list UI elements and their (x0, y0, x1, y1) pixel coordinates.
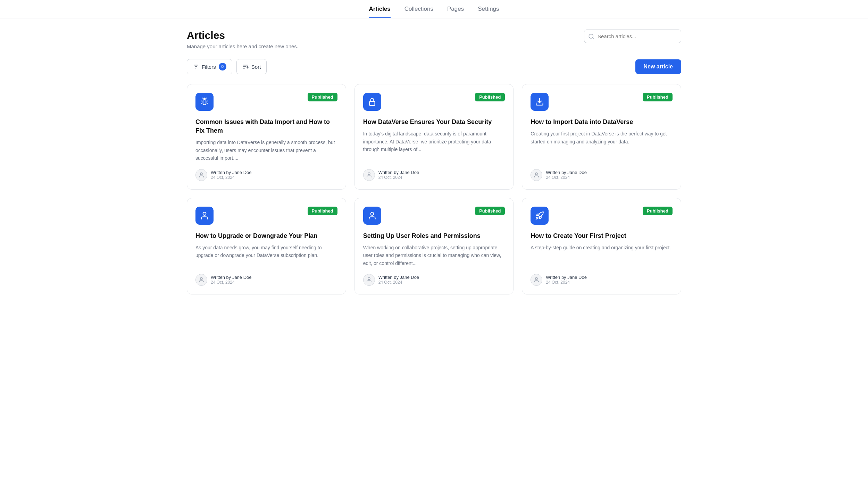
card-top: Published (531, 93, 673, 111)
author-info: Written by Jane Doe 24 Oct, 2024 (378, 170, 419, 180)
card-icon-user (363, 207, 381, 225)
card-author: Written by Jane Doe 24 Oct, 2024 (363, 274, 505, 286)
avatar (531, 274, 542, 286)
svg-rect-11 (369, 101, 375, 106)
nav-item-collections[interactable]: Collections (404, 6, 433, 18)
author-info: Written by Jane Doe 24 Oct, 2024 (211, 170, 252, 180)
card-icon-download (531, 93, 549, 111)
author-date: 24 Oct, 2024 (211, 175, 252, 180)
search-icon (588, 33, 594, 40)
card-author: Written by Jane Doe 24 Oct, 2024 (195, 169, 337, 181)
author-name: Written by Jane Doe (546, 170, 587, 175)
published-badge: Published (475, 207, 505, 215)
article-card[interactable]: Published How to Upgrade or Downgrade Yo… (187, 198, 346, 294)
svg-point-19 (535, 277, 537, 280)
page-content: Articles Manage your articles here and c… (177, 18, 691, 306)
card-title: How to Upgrade or Downgrade Your Plan (195, 232, 337, 240)
author-name: Written by Jane Doe (211, 170, 252, 175)
author-info: Written by Jane Doe 24 Oct, 2024 (546, 275, 587, 285)
author-date: 24 Oct, 2024 (378, 175, 419, 180)
card-author: Written by Jane Doe 24 Oct, 2024 (531, 274, 673, 286)
card-excerpt: As your data needs grow, you may find yo… (195, 244, 337, 267)
svg-point-0 (589, 34, 593, 38)
avatar (195, 274, 207, 286)
avatar (195, 169, 207, 181)
author-date: 24 Oct, 2024 (546, 280, 587, 285)
author-info: Written by Jane Doe 24 Oct, 2024 (211, 275, 252, 285)
author-name: Written by Jane Doe (378, 170, 419, 175)
page-subtitle: Manage your articles here and create new… (187, 43, 298, 49)
search-input[interactable] (584, 30, 681, 43)
page-title: Articles (187, 30, 298, 41)
article-card[interactable]: Published Setting Up User Roles and Perm… (354, 198, 514, 294)
card-excerpt: A step-by-step guide on creating and org… (531, 244, 673, 267)
svg-point-16 (200, 277, 202, 280)
card-title: Common Issues with Data Import and How t… (195, 118, 337, 135)
avatar (363, 274, 375, 286)
card-icon-rocket (531, 207, 549, 225)
card-icon-user (195, 207, 214, 225)
published-badge: Published (308, 93, 337, 101)
card-title: How DataVerse Ensures Your Data Security (363, 118, 505, 126)
articles-grid: Published Common Issues with Data Import… (187, 84, 681, 294)
card-title: How to Import Data into DataVerse (531, 118, 673, 126)
author-name: Written by Jane Doe (378, 275, 419, 280)
sort-icon (242, 64, 249, 70)
svg-point-14 (535, 173, 537, 175)
top-nav: ArticlesCollectionsPagesSettings (0, 0, 868, 18)
card-top: Published (195, 93, 337, 111)
card-title: How to Create Your First Project (531, 232, 673, 240)
author-info: Written by Jane Doe 24 Oct, 2024 (378, 275, 419, 285)
page-header: Articles Manage your articles here and c… (187, 30, 298, 49)
avatar (531, 169, 542, 181)
toolbar-left: Filters 0 Sort (187, 59, 267, 74)
author-date: 24 Oct, 2024 (211, 280, 252, 285)
avatar (363, 169, 375, 181)
author-info: Written by Jane Doe 24 Oct, 2024 (546, 170, 587, 180)
card-excerpt: When working on collaborative projects, … (363, 244, 505, 267)
card-title: Setting Up User Roles and Permissions (363, 232, 505, 240)
author-name: Written by Jane Doe (211, 275, 252, 280)
published-badge: Published (475, 93, 505, 101)
author-name: Written by Jane Doe (546, 275, 587, 280)
filter-icon (193, 64, 199, 70)
header-row: Articles Manage your articles here and c… (187, 30, 681, 49)
new-article-button[interactable]: New article (635, 59, 681, 74)
card-top: Published (195, 207, 337, 225)
card-icon-bug (195, 93, 214, 111)
published-badge: Published (643, 93, 673, 101)
nav-item-settings[interactable]: Settings (478, 6, 499, 18)
article-card[interactable]: Published How to Import Data into DataVe… (522, 84, 681, 190)
svg-point-15 (203, 212, 206, 215)
nav-item-articles[interactable]: Articles (369, 6, 390, 18)
card-excerpt: Importing data into DataVerse is general… (195, 139, 337, 162)
svg-point-18 (368, 277, 370, 280)
svg-point-10 (200, 173, 202, 175)
article-card[interactable]: Published Common Issues with Data Import… (187, 84, 346, 190)
article-card[interactable]: Published How DataVerse Ensures Your Dat… (354, 84, 514, 190)
card-icon-lock (363, 93, 381, 111)
card-author: Written by Jane Doe 24 Oct, 2024 (195, 274, 337, 286)
svg-point-17 (370, 212, 374, 215)
article-card[interactable]: Published How to Create Your First Proje… (522, 198, 681, 294)
svg-rect-9 (203, 100, 206, 105)
author-date: 24 Oct, 2024 (546, 175, 587, 180)
card-excerpt: In today's digital landscape, data secur… (363, 130, 505, 162)
search-wrapper (584, 30, 681, 43)
author-date: 24 Oct, 2024 (378, 280, 419, 285)
toolbar: Filters 0 Sort New article (187, 59, 681, 74)
published-badge: Published (643, 207, 673, 215)
card-top: Published (363, 93, 505, 111)
card-author: Written by Jane Doe 24 Oct, 2024 (531, 169, 673, 181)
svg-point-12 (368, 173, 370, 175)
nav-item-pages[interactable]: Pages (447, 6, 464, 18)
sort-button[interactable]: Sort (236, 59, 267, 74)
card-author: Written by Jane Doe 24 Oct, 2024 (363, 169, 505, 181)
card-excerpt: Creating your first project in DataVerse… (531, 130, 673, 162)
card-top: Published (531, 207, 673, 225)
filters-count: 0 (219, 63, 226, 70)
filters-button[interactable]: Filters 0 (187, 59, 232, 74)
published-badge: Published (308, 207, 337, 215)
card-top: Published (363, 207, 505, 225)
filters-label: Filters (202, 64, 216, 70)
